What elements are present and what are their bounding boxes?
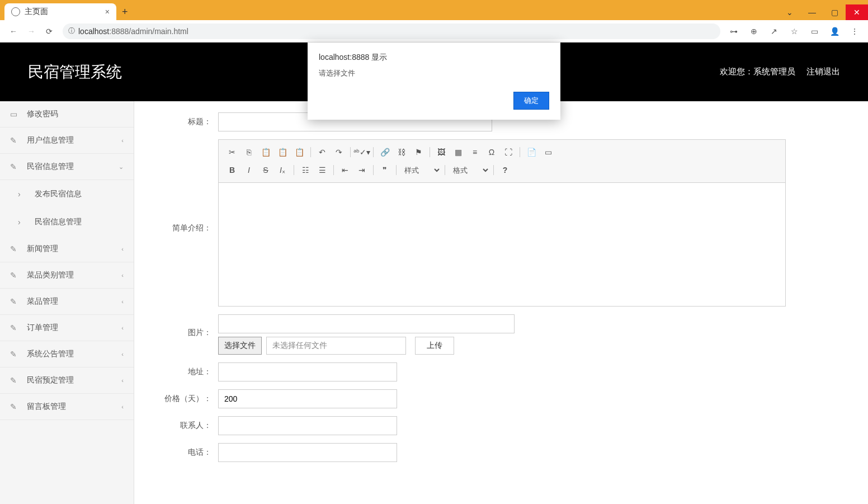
dropdown-icon[interactable]: ⌄: [779, 4, 801, 20]
sidebar-item-label: 修改密码: [27, 109, 58, 119]
reload-button[interactable]: ⟳: [40, 22, 58, 40]
italic-icon[interactable]: I: [241, 163, 257, 177]
sidebar-subitem-publish[interactable]: › 发布民宿信息: [0, 180, 134, 208]
sidebar-item-user[interactable]: ✎ 用户信息管理 ‹: [0, 128, 134, 154]
anchor-icon[interactable]: ⚑: [411, 145, 426, 159]
help-icon[interactable]: ?: [497, 163, 513, 177]
copy-icon[interactable]: ⎘: [241, 145, 257, 159]
source-icon[interactable]: 📄: [523, 145, 539, 159]
outdent-icon[interactable]: ⇤: [337, 163, 353, 177]
sidebar-item-label: 用户信息管理: [27, 135, 74, 145]
style-select[interactable]: 样式: [400, 164, 441, 176]
forward-button[interactable]: →: [22, 22, 40, 40]
tab-title: 主页面: [25, 7, 48, 17]
paste-word-icon[interactable]: 📋: [291, 145, 307, 159]
sidebar-item-announcement[interactable]: ✎ 系统公告管理 ‹: [0, 341, 134, 368]
sidebar-item-label: 新闻管理: [27, 244, 58, 254]
url-bar[interactable]: ⓘ localhost:8888/admin/main.html: [63, 23, 720, 39]
chevron-left-icon: ‹: [121, 351, 124, 357]
extension-icon[interactable]: ▭: [805, 22, 823, 40]
info-icon[interactable]: ⓘ: [68, 26, 75, 36]
edit-icon: ✎: [10, 297, 19, 306]
logout-link[interactable]: 注销退出: [806, 67, 840, 77]
bold-icon[interactable]: B: [224, 163, 240, 177]
sidebar-item-label: 留言板管理: [27, 402, 66, 412]
remove-format-icon[interactable]: Iₓ: [275, 163, 290, 177]
chevron-left-icon: ‹: [121, 377, 124, 384]
chevron-down-icon: ⌄: [119, 163, 124, 171]
hr-icon[interactable]: ≡: [467, 145, 483, 159]
sidebar-item-homestay[interactable]: ✎ 民宿信息管理 ⌄: [0, 154, 134, 180]
sidebar-item-dish-category[interactable]: ✎ 菜品类别管理 ‹: [0, 262, 134, 289]
sidebar-item-label: 民宿预定管理: [27, 375, 74, 385]
specialchar-icon[interactable]: Ω: [484, 145, 499, 159]
edit-icon: ✎: [10, 323, 19, 332]
new-tab-button[interactable]: +: [116, 4, 134, 20]
rich-editor: ✂ ⎘ 📋 📋 📋 ↶ ↷ ᵃᵇ✓▾ 🔗 ⛓ ⚑: [218, 139, 786, 307]
sidebar-item-booking[interactable]: ✎ 民宿预定管理 ‹: [0, 368, 134, 394]
redo-icon[interactable]: ↷: [331, 145, 347, 159]
title-label: 标题：: [151, 112, 218, 127]
bookmark-icon[interactable]: ☆: [785, 22, 803, 40]
separator: [350, 147, 351, 157]
upload-button[interactable]: 上传: [415, 337, 454, 355]
menu-icon[interactable]: ⋮: [846, 22, 864, 40]
share-icon[interactable]: ↗: [765, 22, 783, 40]
content-area: 标题： 简单介绍： ✂ ⎘ 📋 📋 📋 ↶ ↷ ᵃ: [134, 101, 868, 504]
minimize-button[interactable]: —: [801, 4, 823, 20]
sidebar-item-order[interactable]: ✎ 订单管理 ‹: [0, 315, 134, 341]
sidebar-item-label: 菜品管理: [27, 296, 58, 307]
address-input[interactable]: [218, 362, 397, 381]
chevron-right-icon: ›: [18, 218, 27, 227]
price-input[interactable]: [218, 389, 397, 408]
paste-icon[interactable]: 📋: [258, 145, 273, 159]
image-icon[interactable]: 🖼: [433, 145, 449, 159]
window-controls: ⌄ — ▢ ✕: [779, 4, 868, 20]
price-label: 价格（天）：: [151, 389, 218, 404]
preview-icon[interactable]: ▭: [540, 145, 556, 159]
maximize-icon[interactable]: ⛶: [501, 145, 516, 159]
contact-input[interactable]: [218, 416, 397, 435]
unlink-icon[interactable]: ⛓: [394, 145, 409, 159]
paste-text-icon[interactable]: 📋: [275, 145, 290, 159]
profile-icon[interactable]: 👤: [825, 22, 843, 40]
choose-file-button[interactable]: 选择文件: [218, 337, 262, 355]
browser-tab[interactable]: 主页面 ×: [4, 3, 116, 20]
maximize-button[interactable]: ▢: [823, 4, 846, 20]
key-icon[interactable]: ⊶: [725, 22, 743, 40]
dialog-message: 请选择文件: [319, 68, 549, 78]
table-icon[interactable]: ▦: [450, 145, 466, 159]
cut-icon[interactable]: ✂: [224, 145, 240, 159]
numbered-list-icon[interactable]: ☷: [298, 163, 313, 177]
image-path-input[interactable]: [218, 314, 515, 333]
close-tab-icon[interactable]: ×: [105, 7, 110, 16]
dialog-title: localhost:8888 显示: [319, 53, 549, 63]
separator: [333, 165, 334, 175]
welcome-text: 欢迎您：系统管理员: [720, 67, 795, 77]
editor-body[interactable]: [219, 183, 785, 306]
blockquote-icon[interactable]: ❞: [377, 163, 393, 177]
sidebar-item-dish[interactable]: ✎ 菜品管理 ‹: [0, 289, 134, 315]
spellcheck-icon[interactable]: ᵃᵇ✓▾: [354, 145, 370, 159]
sidebar-subitem-manage[interactable]: › 民宿信息管理: [0, 208, 134, 236]
undo-icon[interactable]: ↶: [314, 145, 330, 159]
sidebar-item-news[interactable]: ✎ 新闻管理 ‹: [0, 236, 134, 262]
sidebar-item-password[interactable]: ▭ 修改密码: [0, 101, 134, 128]
phone-input[interactable]: [218, 443, 397, 462]
edit-icon: ✎: [10, 271, 19, 280]
indent-icon[interactable]: ⇥: [354, 163, 370, 177]
chevron-left-icon: ‹: [121, 403, 124, 410]
separator: [310, 147, 311, 157]
close-window-button[interactable]: ✕: [846, 4, 868, 20]
sidebar-item-message[interactable]: ✎ 留言板管理 ‹: [0, 394, 134, 420]
dialog-ok-button[interactable]: 确定: [513, 92, 549, 110]
strike-icon[interactable]: S: [258, 163, 273, 177]
chevron-left-icon: ‹: [121, 137, 124, 144]
globe-icon: [11, 7, 20, 16]
zoom-icon[interactable]: ⊕: [745, 22, 763, 40]
bullet-list-icon[interactable]: ☰: [314, 163, 330, 177]
back-button[interactable]: ←: [4, 22, 22, 40]
link-icon[interactable]: 🔗: [377, 145, 393, 159]
chevron-left-icon: ‹: [121, 246, 124, 252]
format-select[interactable]: 格式: [449, 164, 490, 176]
